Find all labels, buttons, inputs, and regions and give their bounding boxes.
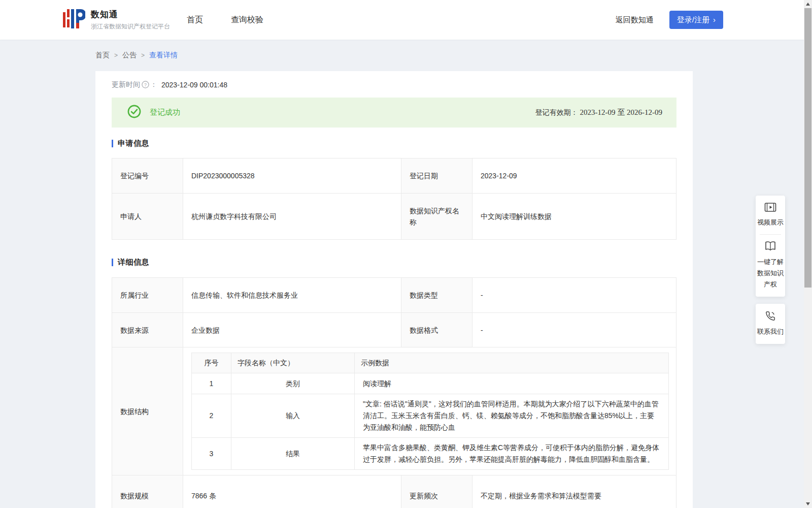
video-icon <box>764 202 776 214</box>
brand-subtitle: 浙江省数据知识产权登记平台 <box>91 22 170 31</box>
detail-content-card: 更新时间 ? ： 2023-12-09 00:01:48 登记成功 <box>95 71 693 508</box>
structure-row: 2 输入 "文章: 俗话说"通则灵"，这对我们的血管同样适用。本期就为大家介绍了… <box>192 394 669 438</box>
data-structure-cell: 序号 字段名称（中文） 示例数据 1 类别 阅读理解 2 输入 "文章: <box>183 347 676 475</box>
nav-item-query-verify[interactable]: 查询校验 <box>231 15 263 25</box>
banner-status-group: 登记成功 <box>127 105 180 120</box>
brand-title: 数知通 <box>91 9 170 20</box>
breadcrumb-current: 查看详情 <box>149 51 178 60</box>
section-title-application: 申请信息 <box>112 140 676 147</box>
update-time-row: 更新时间 ? ： 2023-12-09 00:01:48 <box>112 80 676 89</box>
table-row: 数据来源 企业数据 数据格式 - <box>112 313 676 347</box>
example-data: 苹果中富含多糖果酸、类黄酮、钾及维生素C等营养成分，可使积于体内的脂肪分解，避免… <box>355 438 669 470</box>
video-showcase-item[interactable]: 视频展示 <box>757 202 784 228</box>
reg-date-label: 登记日期 <box>401 158 472 194</box>
industry-label: 所属行业 <box>112 278 183 313</box>
scrollbar-thumb[interactable] <box>804 8 811 288</box>
data-structure-table: 序号 字段名称（中文） 示例数据 1 类别 阅读理解 2 输入 "文章: <box>191 353 669 470</box>
brand: 数知通 浙江省数据知识产权登记平台 <box>63 7 170 33</box>
update-frequency-label: 更新频次 <box>401 475 472 508</box>
main-nav: 首页 查询校验 <box>187 15 263 25</box>
field-name: 类别 <box>231 373 355 394</box>
nav-item-home[interactable]: 首页 <box>187 15 203 25</box>
col-header-field-name: 字段名称（中文） <box>231 353 355 373</box>
data-source-value: 企业数据 <box>183 313 401 347</box>
ip-name-label: 数据知识产权名称 <box>401 194 472 240</box>
data-format-value: - <box>472 313 676 347</box>
row-index: 1 <box>192 373 231 394</box>
breadcrumb: 首页 > 公告 > 查看详情 <box>95 51 812 59</box>
update-time-value: 2023-12-09 00:01:48 <box>161 81 227 89</box>
guide-item[interactable]: 一键了解数据知识产权 <box>757 241 784 290</box>
breadcrumb-separator: > <box>114 52 118 59</box>
col-header-index: 序号 <box>192 353 231 373</box>
back-to-portal-link[interactable]: 返回数知通 <box>616 15 654 25</box>
data-scale-label: 数据规模 <box>112 475 183 508</box>
breadcrumb-announcement[interactable]: 公告 <box>122 51 137 60</box>
row-index: 3 <box>192 438 231 470</box>
field-name: 结果 <box>231 438 355 470</box>
triangle-up-icon <box>806 3 810 6</box>
update-time-colon: ： <box>150 80 157 89</box>
triangle-down-icon <box>806 502 810 505</box>
svg-text:?: ? <box>144 82 147 87</box>
page: 数知通 浙江省数据知识产权登记平台 首页 查询校验 返回数知通 登录/注册 › … <box>0 0 812 508</box>
structure-row: 1 类别 阅读理解 <box>192 373 669 394</box>
section-title-application-text: 申请信息 <box>118 139 149 148</box>
brand-logo-icon <box>63 7 85 33</box>
side-panel-contact[interactable]: 联系我们 <box>756 304 785 344</box>
data-structure-label: 数据结构 <box>112 347 183 475</box>
data-source-label: 数据来源 <box>112 313 183 347</box>
table-row: 登记编号 DIP2023000005328 登记日期 2023-12-09 <box>112 158 676 194</box>
validity-value: 2023-12-09 至 2026-12-09 <box>580 108 662 116</box>
section-title-detail-text: 详细信息 <box>118 258 149 267</box>
side-panel-tools: 视频展示 一键了解数据知识产权 <box>756 196 785 297</box>
applicant-value: 杭州谦贞数字科技有限公司 <box>183 194 401 240</box>
field-name: 输入 <box>231 394 355 438</box>
applicant-label: 申请人 <box>112 194 183 240</box>
breadcrumb-home[interactable]: 首页 <box>95 51 110 60</box>
update-frequency-value: 不定期，根据业务需求和算法模型需要 <box>472 475 676 508</box>
help-icon[interactable]: ? <box>142 81 149 88</box>
reg-number-value: DIP2023000005328 <box>183 158 401 194</box>
scrollbar-up-arrow[interactable] <box>804 0 812 8</box>
col-header-example: 示例数据 <box>355 353 669 373</box>
chevron-right-icon: › <box>713 16 716 23</box>
section-title-detail: 详细信息 <box>112 259 676 266</box>
validity-label: 登记有效期： <box>535 108 578 116</box>
check-circle-icon <box>127 105 141 120</box>
industry-value: 信息传输、软件和信息技术服务业 <box>183 278 401 313</box>
divider <box>760 234 781 235</box>
detail-info-table: 所属行业 信息传输、软件和信息技术服务业 数据类型 - 数据来源 企业数据 数据… <box>112 277 676 508</box>
reg-number-label: 登记编号 <box>112 158 183 194</box>
validity-period: 登记有效期： 2023-12-09 至 2026-12-09 <box>535 108 662 117</box>
example-data: 阅读理解 <box>355 373 669 394</box>
section-accent-bar <box>112 259 113 266</box>
table-row: 申请人 杭州谦贞数字科技有限公司 数据知识产权名称 中文阅读理解训练数据 <box>112 194 676 240</box>
brand-text: 数知通 浙江省数据知识产权登记平台 <box>91 9 170 31</box>
table-row: 数据结构 序号 字段名称（中文） 示例数据 1 类别 阅读理解 <box>112 347 676 475</box>
data-format-label: 数据格式 <box>401 313 472 347</box>
breadcrumb-separator: > <box>141 52 145 59</box>
table-row: 数据规模 7866 条 更新频次 不定期，根据业务需求和算法模型需要 <box>112 475 676 508</box>
vertical-scrollbar <box>804 0 812 508</box>
data-type-value: - <box>472 278 676 313</box>
login-register-button[interactable]: 登录/注册 › <box>669 11 723 29</box>
phone-icon <box>765 310 776 324</box>
guide-label: 一键了解数据知识产权 <box>757 257 784 290</box>
section-accent-bar <box>112 140 113 147</box>
data-scale-value: 7866 条 <box>183 475 401 508</box>
update-time-label: 更新时间 <box>112 80 140 89</box>
header-right: 返回数知通 登录/注册 › <box>616 11 812 29</box>
data-type-label: 数据类型 <box>401 278 472 313</box>
structure-header-row: 序号 字段名称（中文） 示例数据 <box>192 353 669 373</box>
login-register-label: 登录/注册 <box>677 15 709 25</box>
example-data: "文章: 俗话说"通则灵"，这对我们的血管同样适用。本期就为大家介绍了以下六种蔬… <box>355 394 669 438</box>
registration-success-banner: 登记成功 登记有效期： 2023-12-09 至 2026-12-09 <box>112 98 676 128</box>
application-info-table: 登记编号 DIP2023000005328 登记日期 2023-12-09 申请… <box>112 158 676 240</box>
status-text: 登记成功 <box>150 108 180 117</box>
row-index: 2 <box>192 394 231 438</box>
scrollbar-down-arrow[interactable] <box>804 500 812 508</box>
table-row: 所属行业 信息传输、软件和信息技术服务业 数据类型 - <box>112 278 676 313</box>
top-navigation-bar: 数知通 浙江省数据知识产权登记平台 首页 查询校验 返回数知通 登录/注册 › <box>0 0 812 40</box>
book-icon <box>764 241 776 254</box>
